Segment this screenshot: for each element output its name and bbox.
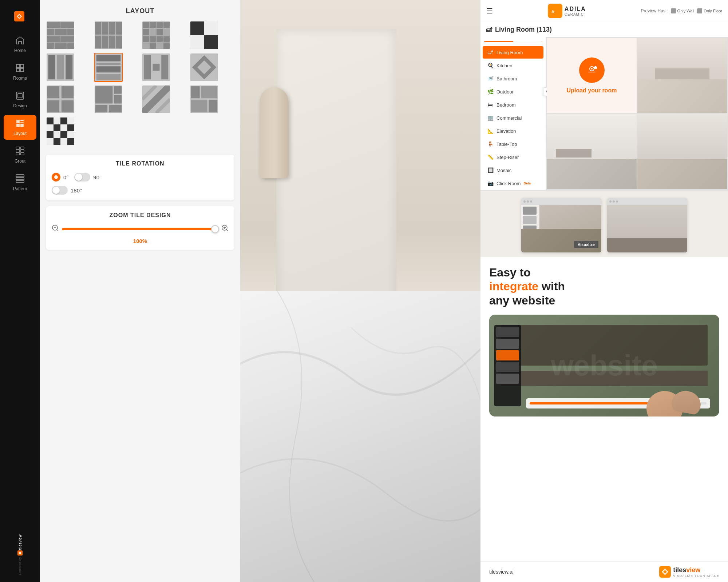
svg-rect-52 [163, 36, 170, 42]
app-room-title: 🛋 Living Room (113) [480, 22, 728, 37]
sidebar-item-rooms[interactable]: Rooms [4, 60, 36, 84]
nav-click-room[interactable]: 📷 Click Room Beta [483, 177, 543, 190]
tile-option-1[interactable] [46, 21, 75, 50]
sidebar-item-pattern[interactable]: Pattern [4, 170, 36, 195]
nav-bedroom[interactable]: 🛏 Bedroom [483, 99, 543, 111]
lr-floor [637, 79, 727, 113]
view-3d-btn[interactable]: 3D new [513, 41, 542, 42]
nav-mosaic-label: Mosaic [496, 168, 511, 173]
hamburger-icon[interactable]: ☰ [486, 7, 493, 15]
marble-veins [240, 291, 480, 582]
svg-rect-3 [20, 68, 24, 72]
svg-rect-32 [95, 22, 101, 35]
tile-option-12[interactable] [190, 85, 219, 114]
rotation-title: TILE ROTATION [52, 160, 229, 167]
sidebar-item-layout[interactable]: Layout [4, 115, 36, 140]
upload-room-img[interactable]: Upload your room [547, 38, 637, 113]
zoom-in-icon[interactable] [221, 224, 229, 234]
screenshot-header-2 [607, 198, 687, 205]
tile-option-6[interactable] [94, 53, 123, 82]
tile-option-3[interactable] [142, 21, 171, 50]
tile-option-4[interactable] [190, 21, 219, 50]
nav-commercial-label: Commercial [496, 115, 522, 121]
svg-rect-107 [47, 131, 54, 138]
tile-option-11[interactable] [142, 85, 171, 114]
grout-icon [15, 146, 25, 157]
svg-rect-1 [20, 64, 24, 68]
sidebar-item-grout[interactable]: Grout [4, 143, 36, 167]
preview-has-area: Preview Has : Only Wall Only Floor [641, 8, 722, 13]
svg-rect-94 [191, 86, 199, 98]
svg-rect-81 [47, 100, 59, 112]
sidebar-item-design[interactable]: Design [4, 87, 36, 112]
promo-line3: any website [489, 294, 719, 307]
svg-rect-127 [594, 67, 597, 69]
svg-rect-113 [60, 138, 67, 145]
dr-floor [637, 159, 727, 189]
only-wall-checkbox[interactable]: Only Wall [671, 8, 695, 13]
nav-step-riser[interactable]: 📏 Step-Riser [483, 151, 543, 163]
view-2d-btn[interactable]: 2D [484, 41, 513, 42]
nav-kitchen[interactable]: 🍳 Kitchen [483, 59, 543, 72]
nav-outdoor[interactable]: 🌿 Outdoor Outdoor [483, 85, 543, 98]
nav-bathroom[interactable]: 🚿 Bathroom [483, 72, 543, 85]
nav-elevation[interactable]: 📐 Elevation [483, 125, 543, 137]
nav-table-top[interactable]: 🪑 Table-Top [483, 138, 543, 150]
tile-option-9[interactable] [46, 85, 75, 114]
powered-brand: tilesview [18, 535, 22, 550]
zoom-slider-fill [62, 228, 218, 230]
layout-icon [15, 119, 25, 129]
kitchen-icon: 🍳 [487, 62, 494, 69]
modern-room-preview [547, 114, 637, 189]
mr-furniture [556, 149, 592, 158]
room-img-modern[interactable] [547, 114, 637, 189]
nav-living-room[interactable]: 🛋 Living Room [483, 46, 543, 59]
app-logo: A ADILA CERAMIC [548, 4, 586, 18]
screenshot-body-2 [607, 205, 687, 252]
svg-rect-43 [157, 22, 163, 28]
svg-rect-12 [20, 147, 24, 149]
visualize-btn-1: Visualize [574, 241, 598, 248]
svg-rect-44 [163, 22, 170, 28]
svg-line-121 [226, 230, 228, 231]
only-floor-checkbox[interactable]: Only Floor [697, 8, 722, 13]
sidebar-item-home[interactable]: Home [4, 32, 36, 57]
svg-rect-108 [54, 131, 60, 138]
svg-rect-102 [67, 117, 74, 124]
click-room-icon: 📷 [487, 180, 494, 187]
tile-option-7[interactable] [142, 53, 171, 82]
only-floor-label: Only Floor [704, 9, 722, 13]
svg-rect-126 [588, 72, 596, 72]
rotation-90-btn[interactable]: 90° [74, 173, 102, 182]
room-img-living[interactable] [637, 38, 727, 113]
room-img-dining[interactable] [637, 114, 727, 189]
tile-option-13[interactable] [46, 117, 75, 146]
nav-commercial[interactable]: 🏢 Commercial [483, 112, 543, 124]
app-nav: 2D 3D new 🛋 Living Room 🍳 Kitchen 🚿 [480, 37, 546, 190]
svg-rect-9 [16, 124, 20, 127]
tile-option-2[interactable] [94, 21, 123, 50]
nav-mosaic[interactable]: 🔲 Mosaic [483, 164, 543, 176]
svg-rect-99 [47, 117, 54, 124]
app-mockup: ☰ A ADILA CERAMIC Preview Has : [480, 0, 728, 191]
tile-option-10[interactable] [94, 85, 123, 114]
hands-area [639, 362, 705, 416]
svg-rect-41 [143, 22, 149, 28]
bathroom-icon: 🚿 [487, 75, 494, 82]
rotation-180-btn[interactable]: 180° [52, 186, 82, 195]
zoom-out-icon[interactable] [52, 224, 59, 234]
rotation-0-btn[interactable]: 0° [52, 173, 68, 182]
svg-point-125 [591, 68, 593, 69]
app-header: ☰ A ADILA CERAMIC Preview Has : [480, 0, 728, 22]
zoom-slider-track[interactable] [62, 228, 218, 230]
svg-rect-56 [163, 43, 170, 49]
living-room-preview [637, 38, 727, 113]
sidebar-logo [4, 7, 36, 25]
svg-rect-70 [96, 74, 120, 80]
rotation-180-label: 180° [71, 187, 82, 194]
t-tile-1 [496, 327, 519, 337]
tile-option-5[interactable] [46, 53, 75, 82]
tile-option-8[interactable] [190, 53, 219, 82]
upload-label: Upload your room [567, 87, 617, 94]
footer-tagline: VISUALIZE YOUR SPACE [673, 574, 719, 578]
